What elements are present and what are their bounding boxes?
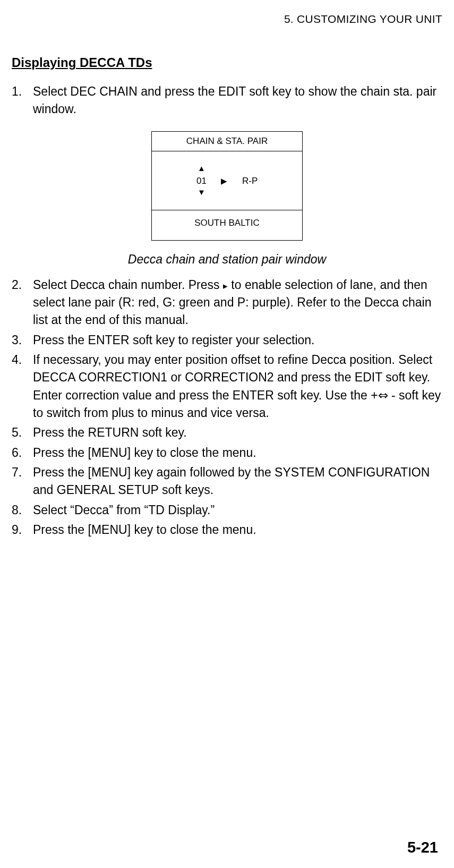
step-text: Press the ENTER soft key to register you… <box>33 331 442 349</box>
step-1: 1. Select DEC CHAIN and press the EDIT s… <box>12 83 442 118</box>
double-arrow-icon: ⇔ <box>378 387 388 404</box>
step-5: 5. Press the RETURN soft key. <box>12 424 442 441</box>
step-text: Select Decca chain number. Press ▸ to en… <box>33 276 442 329</box>
figure-container: CHAIN & STA. PAIR ▲ 01 ▼ ▶ R-P SOUTH BAL… <box>12 131 442 267</box>
right-arrow-icon: ▶ <box>221 176 227 186</box>
up-arrow-icon: ▲ <box>198 164 205 173</box>
figure-footer: SOUTH BALTIC <box>152 210 302 240</box>
section-title: Displaying DECCA TDs <box>12 55 442 70</box>
step-6: 6. Press the [MENU] key to close the men… <box>12 444 442 462</box>
step-number: 5. <box>12 424 33 441</box>
page-number: 5-21 <box>407 839 438 856</box>
step-number: 7. <box>12 464 33 499</box>
lane-pair-value: R-P <box>242 176 258 186</box>
step-number: 1. <box>12 83 33 118</box>
step-number: 8. <box>12 501 33 519</box>
step-text: Select “Decca” from “TD Display.” <box>33 501 442 519</box>
step-text: Press the [MENU] key to close the menu. <box>33 444 442 462</box>
figure-body: ▲ 01 ▼ ▶ R-P <box>152 151 302 210</box>
chain-number: 01 <box>196 176 207 186</box>
step-number: 4. <box>12 351 33 422</box>
step-text: Press the [MENU] key to close the menu. <box>33 521 442 539</box>
step-text-part: If necessary, you may enter position off… <box>33 353 432 402</box>
chain-sta-pair-window: CHAIN & STA. PAIR ▲ 01 ▼ ▶ R-P SOUTH BAL… <box>151 131 303 241</box>
step-text: If necessary, you may enter position off… <box>33 351 442 422</box>
down-arrow-icon: ▼ <box>198 188 205 197</box>
right-triangle-icon: ▸ <box>223 280 228 293</box>
step-text-part: Select Decca chain number. Press <box>33 278 223 292</box>
step-4: 4. If necessary, you may enter position … <box>12 351 442 422</box>
step-text: Press the [MENU] key again followed by t… <box>33 464 442 499</box>
step-8: 8. Select “Decca” from “TD Display.” <box>12 501 442 519</box>
step-9: 9. Press the [MENU] key to close the men… <box>12 521 442 539</box>
figure-header: CHAIN & STA. PAIR <box>152 132 302 151</box>
step-number: 6. <box>12 444 33 462</box>
step-number: 3. <box>12 331 33 349</box>
figure-caption: Decca chain and station pair window <box>12 252 442 267</box>
step-text: Select DEC CHAIN and press the EDIT soft… <box>33 83 442 118</box>
step-text: Press the RETURN soft key. <box>33 424 442 441</box>
step-2: 2. Select Decca chain number. Press ▸ to… <box>12 276 442 329</box>
step-number: 9. <box>12 521 33 539</box>
chapter-header: 5. CUSTOMIZING YOUR UNIT <box>12 13 442 25</box>
step-3: 3. Press the ENTER soft key to register … <box>12 331 442 349</box>
step-7: 7. Press the [MENU] key again followed b… <box>12 464 442 499</box>
step-number: 2. <box>12 276 33 329</box>
